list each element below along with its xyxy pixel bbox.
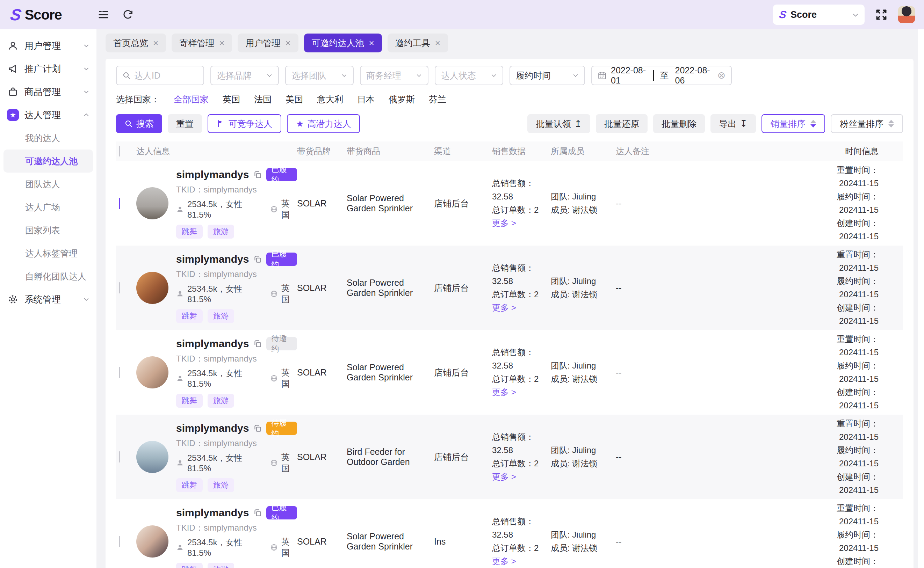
batch-claim-button[interactable]: 批量认领↥ [527, 114, 590, 133]
sidebar-item-my-talents[interactable]: 我的达人 [0, 127, 97, 150]
brand-select[interactable]: 选择品牌 [210, 66, 279, 85]
table-row: simplymandys 待邀约 TKID：simplymandys 2534.… [116, 330, 903, 415]
country-option-finland[interactable]: 芬兰 [429, 94, 446, 105]
sidebar-item-user-management[interactable]: 用户管理 [0, 34, 97, 57]
sidebar-item-invitable-talent-pool[interactable]: 可邀约达人池 [3, 150, 93, 172]
copy-icon[interactable] [253, 339, 262, 348]
search-button[interactable]: 搜索 [116, 114, 162, 133]
sidebar-item-promotion-plan[interactable]: 推广计划 [0, 57, 97, 80]
content-card: 选择品牌 选择团队 商务经理 达人状态 履约时间 2022-08-01 [106, 59, 913, 568]
close-icon[interactable]: × [153, 38, 158, 48]
close-icon[interactable]: × [285, 38, 290, 48]
sidebar: 用户管理 推广计划 商品管理 ★ 达人管理 我的达人 可邀约达人池 团队达人 达… [0, 29, 97, 568]
more-link[interactable]: 更多 > [492, 386, 546, 399]
stats-line: 2534.5k，女性81.5% 英国 [176, 536, 297, 559]
member-cell: 团队: Jiuling 成员: 谢法锁 [551, 275, 616, 301]
status-badge: 已履约 [266, 168, 297, 181]
tag-travel[interactable]: 旅游 [207, 563, 234, 568]
fulfillment-time-select[interactable]: 履约时间 [510, 66, 585, 85]
copy-icon[interactable] [253, 424, 262, 433]
tag-travel[interactable]: 旅游 [207, 309, 234, 323]
user-icon [7, 40, 19, 52]
chevron-down-icon [341, 72, 347, 79]
row-checkbox[interactable] [119, 282, 120, 293]
talent-status-select[interactable]: 达人状态 [435, 66, 503, 85]
country-option-italy[interactable]: 意大利 [317, 94, 343, 105]
copy-icon[interactable] [253, 170, 262, 179]
more-link[interactable]: 更多 > [492, 555, 546, 568]
sort-by-sales-button[interactable]: 销量排序 [762, 114, 825, 133]
close-icon[interactable]: × [369, 38, 374, 48]
sidebar-item-system-management[interactable]: 系统管理 [0, 288, 97, 311]
tag-travel[interactable]: 旅游 [207, 225, 234, 239]
date-end-value[interactable]: 2022-08-06 [675, 65, 713, 86]
row-checkbox[interactable] [119, 367, 120, 378]
refresh-icon[interactable] [122, 8, 134, 21]
country-option-russia[interactable]: 俄罗斯 [389, 94, 415, 105]
tag-dance[interactable]: 跳舞 [176, 563, 203, 568]
sidebar-item-talent-square[interactable]: 达人广场 [0, 196, 97, 219]
reset-button[interactable]: 重置 [168, 114, 202, 133]
team-name: Jiuling [572, 276, 596, 286]
country-value: 英国 [281, 452, 297, 474]
country-option-usa[interactable]: 美国 [286, 94, 303, 105]
row-checkbox[interactable] [119, 451, 120, 462]
tag-dance[interactable]: 跳舞 [176, 478, 203, 492]
batch-delete-button[interactable]: 批量删除 [653, 114, 705, 133]
row-checkbox[interactable] [119, 198, 120, 209]
tab-invitation-tools[interactable]: 邀约工具× [387, 33, 448, 52]
select-all-checkbox[interactable] [119, 146, 120, 157]
sidebar-item-team-talents[interactable]: 团队达人 [0, 172, 97, 196]
business-manager-select[interactable]: 商务经理 [360, 66, 428, 85]
collapse-menu-icon[interactable] [97, 8, 110, 21]
sidebar-item-country-list[interactable]: 国家列表 [0, 219, 97, 242]
tag-travel[interactable]: 旅游 [207, 478, 234, 492]
more-link[interactable]: 更多 > [492, 301, 546, 314]
country-option-all[interactable]: 全部国家 [174, 94, 209, 105]
sidebar-item-talent-tag-management[interactable]: 达人标签管理 [0, 242, 97, 265]
tag-dance[interactable]: 跳舞 [176, 225, 203, 239]
sidebar-item-product-management[interactable]: 商品管理 [0, 80, 97, 103]
close-icon[interactable]: × [219, 38, 224, 48]
sort-by-followers-button[interactable]: 粉丝量排序 [831, 114, 903, 133]
country-option-france[interactable]: 法国 [254, 94, 272, 105]
high-potential-talents-button[interactable]: ★ 高潜力达人 [287, 114, 360, 133]
globe-icon [270, 544, 278, 551]
team-select[interactable]: 选择团队 [285, 66, 354, 85]
copy-icon[interactable] [253, 508, 262, 517]
more-link[interactable]: 更多 > [492, 217, 546, 230]
tag-dance[interactable]: 跳舞 [176, 309, 203, 323]
workspace-switcher[interactable]: S Score [773, 5, 865, 25]
brand-cell: SOLAR [297, 452, 347, 462]
tab-sample-management[interactable]: 寄样管理× [172, 33, 232, 52]
tag-travel[interactable]: 旅游 [207, 394, 234, 408]
country-option-uk[interactable]: 英国 [222, 94, 240, 105]
tag-dance[interactable]: 跳舞 [176, 394, 203, 408]
country-option-japan[interactable]: 日本 [357, 94, 375, 105]
tab-user-management[interactable]: 用户管理× [237, 33, 298, 52]
close-icon[interactable]: × [435, 38, 440, 48]
column-member: 所属成员 [551, 146, 616, 157]
scrollbar-track[interactable] [918, 29, 924, 568]
more-link[interactable]: 更多 > [492, 470, 546, 483]
competitive-talents-button[interactable]: 可竞争达人 [207, 114, 281, 133]
date-start-value[interactable]: 2022-08-01 [611, 65, 649, 86]
export-button[interactable]: 导出↧ [711, 114, 756, 133]
fullscreen-icon[interactable] [875, 8, 888, 21]
talent-name: simplymandys [176, 338, 249, 350]
user-avatar[interactable] [898, 6, 915, 23]
tab-home-overview[interactable]: 首页总览× [106, 33, 166, 52]
tab-invitable-talent-pool[interactable]: 可邀约达人池× [304, 33, 382, 52]
followers-stats: 2534.5k，女性81.5% [187, 283, 261, 304]
date-range-picker[interactable]: 2022-08-01 至 2022-08-06 ⊗ [591, 66, 732, 85]
talent-id-search[interactable] [116, 66, 204, 85]
sidebar-item-talent-management[interactable]: ★ 达人管理 [0, 103, 97, 127]
clear-date-icon[interactable]: ⊗ [717, 71, 726, 80]
row-checkbox[interactable] [119, 536, 120, 547]
search-input[interactable] [134, 71, 198, 81]
avatar [136, 187, 168, 219]
sidebar-item-self-incubated-team-talents[interactable]: 自孵化团队达人 [0, 265, 97, 288]
member-cell: 团队: Jiuling 成员: 谢法锁 [551, 528, 616, 555]
batch-restore-button[interactable]: 批量还原 [596, 114, 647, 133]
copy-icon[interactable] [253, 255, 262, 264]
